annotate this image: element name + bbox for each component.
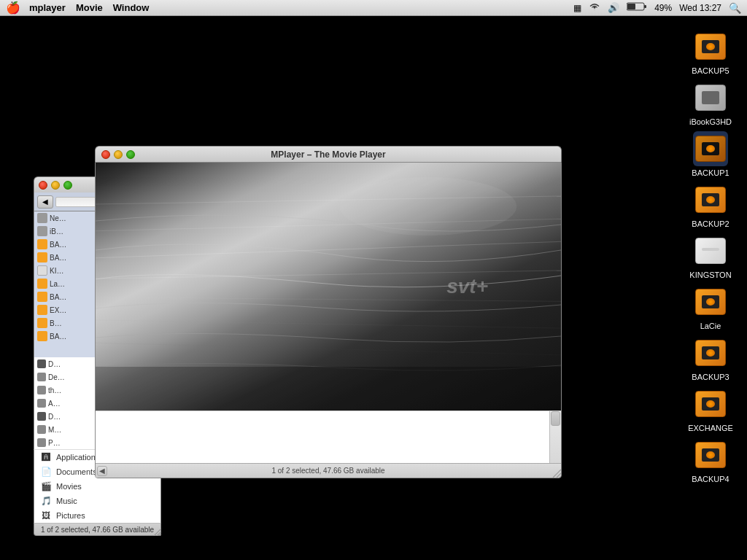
monitor-icon[interactable]: ▦ [573, 3, 581, 13]
list-item-pictures[interactable]: 🖼 Pictures [34, 508, 160, 523]
desktop-icon-kingston[interactable]: KINGSTON [678, 233, 743, 280]
menu-window[interactable]: Window [113, 2, 150, 13]
mplayer-minimize[interactable] [114, 150, 123, 159]
battery-percent: 49% [654, 3, 672, 13]
list-item-music[interactable]: 🎵 Music [34, 494, 160, 508]
volume-icon[interactable]: 🔊 [608, 2, 619, 13]
mplayer-traffic-lights [101, 150, 135, 159]
mplayer-statusbar: ◀ 1 of 2 selected, 47.66 GB available [96, 463, 561, 478]
movies-icon: 🎬 [40, 481, 52, 492]
svg-line-8 [553, 470, 561, 478]
backup3-label: BACKUP3 [689, 372, 732, 382]
datetime: Wed 13:27 [679, 3, 721, 13]
mplayer-titlebar: MPlayer – The Movie Player [95, 146, 562, 162]
traffic-lights [39, 181, 72, 190]
svg-line-5 [160, 534, 161, 536]
ibookg3hd-label: iBookG3HD [686, 117, 735, 127]
video-bg: svt+ [96, 163, 561, 411]
desktop-icon-backup3[interactable]: BACKUP3 [678, 335, 743, 382]
mplayer-status-text: 1 of 2 selected, 47.66 GB available [271, 467, 384, 475]
mplayer-white-area [96, 411, 561, 463]
desktop-icons: BACKUP5 iBookG3HD BACKUP1 [674, 22, 747, 484]
applications-label: Applications [56, 453, 99, 462]
desktop-icon-ibookg3hd[interactable]: iBookG3HD [678, 80, 743, 127]
statusbar-text: 1 of 2 selected, 47.66 GB available [41, 526, 154, 534]
menubar: 🍎 mplayer Movie Window ▦ 🔊 49% Wed 13:27… [0, 0, 747, 16]
battery-icon[interactable] [627, 1, 647, 14]
svg-rect-1 [644, 5, 646, 8]
backup1-label: BACKUP1 [689, 168, 732, 178]
scroll-left-btn[interactable]: ◀ [97, 466, 107, 476]
video-area[interactable]: svt+ [96, 163, 561, 411]
music-icon: 🎵 [40, 495, 52, 507]
mplayer-scrollbar[interactable] [549, 411, 561, 463]
svg-rect-6 [96, 367, 561, 411]
pictures-label: Pictures [56, 511, 85, 520]
movies-label: Movies [56, 482, 82, 491]
desktop-icon-backup5[interactable]: BACKUP5 [678, 29, 743, 76]
list-item-movies[interactable]: 🎬 Movies [34, 479, 160, 494]
desktop-icon-lacie[interactable]: LaCie [678, 284, 743, 331]
desktop-icon-backup1[interactable]: BACKUP1 [678, 131, 743, 178]
back-button[interactable]: ◀ [37, 195, 53, 209]
mplayer-maximize[interactable] [126, 150, 135, 159]
exchange-label: EXCHANGE [685, 423, 736, 433]
scroll-thumb[interactable] [551, 411, 560, 426]
spotlight-icon[interactable]: 🔍 [729, 2, 741, 14]
lacie-label: LaCie [697, 321, 724, 331]
pictures-icon: 🖼 [40, 510, 52, 521]
resize-handle[interactable] [549, 466, 561, 478]
desktop-icon-exchange[interactable]: EXCHANGE [678, 386, 743, 433]
mplayer-scroll-left[interactable]: ◀ [96, 464, 107, 478]
documents-label: Documents [56, 467, 97, 476]
video-watermark: svt+ [446, 275, 488, 298]
finder-statusbar: 1 of 2 selected, 47.66 GB available [34, 523, 161, 536]
mplayer-close[interactable] [101, 150, 110, 159]
minimize-button[interactable] [51, 181, 60, 190]
svg-line-10 [560, 477, 561, 478]
desktop-icon-backup4[interactable]: BACKUP4 [678, 438, 743, 484]
backup5-label: BACKUP5 [689, 66, 732, 76]
menubar-right: ▦ 🔊 49% Wed 13:27 🔍 [573, 1, 741, 14]
mplayer-window: MPlayer – The Movie Player [95, 146, 562, 478]
menu-movie[interactable]: Movie [76, 2, 103, 13]
music-label: Music [56, 497, 77, 505]
svg-rect-2 [627, 4, 635, 9]
svg-point-7 [339, 177, 516, 236]
apple-menu[interactable]: 🍎 [6, 1, 20, 15]
kingston-label: KINGSTON [686, 270, 734, 280]
maximize-button[interactable] [63, 181, 72, 190]
documents-icon: 📄 [40, 466, 52, 478]
desktop-icon-backup2[interactable]: BACKUP2 [678, 182, 743, 229]
backup2-label: BACKUP2 [689, 219, 732, 229]
mplayer-content: svt+ ◀ 1 of 2 selected, 47.66 GB availab… [95, 162, 562, 478]
menu-app[interactable]: mplayer [29, 2, 66, 13]
close-button[interactable] [39, 181, 47, 190]
applications-icon: 🅰 [40, 451, 52, 463]
mplayer-title: MPlayer – The Movie Player [271, 149, 385, 160]
backup4-label: BACKUP4 [689, 474, 732, 484]
wifi-icon[interactable] [589, 2, 600, 13]
